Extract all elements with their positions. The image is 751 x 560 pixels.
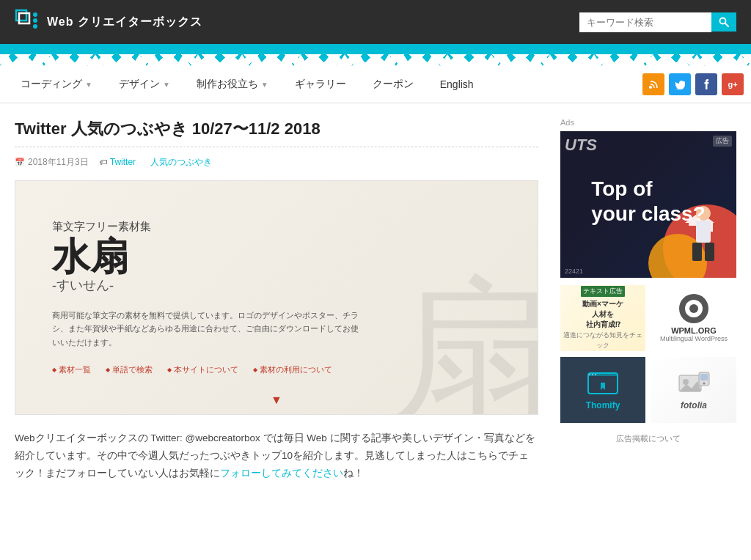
nav-arrow-coding: ▼ (85, 81, 92, 89)
svg-rect-1 (19, 13, 29, 23)
fi-watermark: 扇 (391, 275, 538, 415)
ad-badge: 広告 (713, 136, 732, 147)
svg-rect-0 (16, 10, 26, 21)
ad-sm1-text: テキスト広告 動画×マーケ 人材を 社内育成⁉ 適進につながる知見をチェック (560, 285, 645, 351)
svg-point-20 (589, 374, 590, 375)
article-date: 2018年11月3日 (15, 156, 89, 169)
ad-main[interactable]: Top of your class? (560, 131, 736, 278)
follow-link[interactable]: フォローしてみてください (220, 468, 343, 479)
fi-title-ruby: -すいせん- (52, 276, 114, 294)
nav-social: g+ (642, 66, 744, 103)
svg-point-8 (649, 86, 652, 89)
svg-point-2 (33, 12, 37, 17)
svg-rect-27 (700, 374, 708, 380)
svg-rect-16 (692, 243, 702, 261)
search-icon (719, 17, 729, 27)
site-header: Web クリエイターボックス (0, 0, 751, 44)
tag-popular-tweets[interactable]: 人気のつぶやき (150, 156, 212, 169)
zigzag-svg (0, 44, 751, 66)
main-nav: コーディング ▼ デザイン ▼ 制作お役立ち ▼ ギャラリー クーポン Engl… (0, 66, 751, 103)
body-text-end: ね！ (343, 468, 364, 479)
ad-sm3[interactable]: Thomify (560, 357, 645, 423)
zigzag-decoration (0, 44, 751, 66)
ad-main-title: Top of your class? (591, 177, 706, 226)
ad-brand-text: UTS (565, 136, 597, 155)
fi-links: 素材一覧 単語で検索 本サイトについて 素材の利用について (52, 364, 332, 375)
date-text: 2018年11月3日 (28, 156, 89, 169)
nav-arrow-design: ▼ (163, 81, 170, 89)
search-area (579, 12, 736, 32)
ad-sm3-title: Thomify (585, 400, 621, 410)
featured-image-inner: 筆文字フリー素材集 水扇 -すいせん- 商用可能な筆文字の素材を無料で提供してい… (15, 181, 538, 414)
search-button[interactable] (711, 12, 736, 32)
ad-sm4-content: fotolia (670, 364, 718, 416)
ad-sm2-content: WPML.ORG Multilingual WordPress (654, 288, 733, 348)
article-body: Webクリエイターボックスの Twitter: @webcreatorbox で… (15, 430, 538, 483)
svg-rect-7 (0, 44, 751, 66)
article-divider (15, 147, 538, 147)
nav-item-production[interactable]: 制作お役立ち ▼ (183, 66, 282, 103)
article-tags: Twitter 人気のつぶやき (99, 156, 212, 169)
ad-sm4-title: fotolia (675, 400, 712, 410)
nav-arrow-production: ▼ (261, 81, 268, 89)
fi-title-kanji: 水扇 (52, 238, 128, 276)
svg-line-6 (725, 23, 729, 27)
ads-footer-link[interactable]: 広告掲載について (560, 430, 736, 447)
calendar-icon (15, 157, 25, 167)
ad-sm1[interactable]: テキスト広告 動画×マーケ 人材を 社内育成⁉ 適進につながる知見をチェック (560, 285, 645, 351)
fi-arrow: ▼ (271, 394, 282, 407)
fi-link-2[interactable]: 単語で検索 (106, 364, 153, 375)
article-area: Twitter 人気のつぶやき 10/27〜11/2 2018 2018年11月… (15, 118, 538, 483)
ads-small-grid: テキスト広告 動画×マーケ 人材を 社内育成⁉ 適進につながる知見をチェック (560, 285, 736, 423)
main-container: Twitter 人気のつぶやき 10/27〜11/2 2018 2018年11月… (0, 103, 751, 498)
fi-subtitle: 筆文字フリー素材集 (52, 220, 151, 234)
nav-item-gallery[interactable]: ギャラリー (282, 66, 359, 103)
ad-number: 22421 (565, 268, 583, 275)
fi-link-1[interactable]: 素材一覧 (52, 364, 91, 375)
logo-text: Web クリエイターボックス (47, 15, 202, 30)
logo-area[interactable]: Web クリエイターボックス (15, 9, 202, 35)
search-input[interactable] (579, 12, 711, 32)
fi-link-3[interactable]: 本サイトについて (167, 364, 238, 375)
logo-icon (15, 9, 41, 35)
ads-label: Ads (560, 118, 736, 127)
nav-item-design[interactable]: デザイン ▼ (106, 66, 183, 103)
svg-rect-17 (705, 243, 714, 261)
article-meta: 2018年11月3日 Twitter 人気のつぶやき (15, 156, 538, 169)
gplus-label: g+ (728, 80, 737, 89)
svg-point-22 (595, 374, 596, 375)
svg-point-4 (33, 24, 37, 29)
nav-item-coding[interactable]: コーディング ▼ (7, 66, 106, 103)
featured-image: 筆文字フリー素材集 水扇 -すいせん- 商用可能な筆文字の素材を無料で提供してい… (15, 180, 538, 415)
gplus-icon[interactable]: g+ (722, 73, 744, 95)
svg-point-3 (33, 18, 37, 23)
svg-point-28 (703, 383, 706, 385)
ad-sm3-content: Thomify (579, 364, 627, 416)
ad-sm2[interactable]: WPML.ORG Multilingual WordPress (651, 285, 736, 351)
tag-icon (99, 157, 107, 167)
ad-sm2-brand: WPML.ORG (660, 326, 728, 335)
nav-item-coupon[interactable]: クーポン (359, 66, 427, 103)
facebook-icon[interactable] (695, 73, 717, 95)
ad-sm4[interactable]: fotolia (651, 357, 736, 423)
sidebar: Ads Top of your class? (560, 118, 736, 483)
ad-sm2-desc: Multilingual WordPress (660, 335, 728, 342)
twitter-icon[interactable] (669, 73, 691, 95)
svg-point-21 (592, 374, 593, 375)
rss-icon[interactable] (642, 73, 664, 95)
fi-link-4[interactable]: 素材の利用について (253, 364, 332, 375)
nav-item-english[interactable]: English (427, 67, 487, 102)
tag-twitter[interactable]: Twitter (110, 157, 136, 167)
ad-main-content: Top of your class? (591, 177, 706, 232)
article-title: Twitter 人気のつぶやき 10/27〜11/2 2018 (15, 118, 538, 141)
fi-description: 商用可能な筆文字の素材を無料で提供しています。ロゴのデザインやポスター、チラシ、… (52, 309, 360, 350)
svg-point-24 (683, 379, 689, 385)
